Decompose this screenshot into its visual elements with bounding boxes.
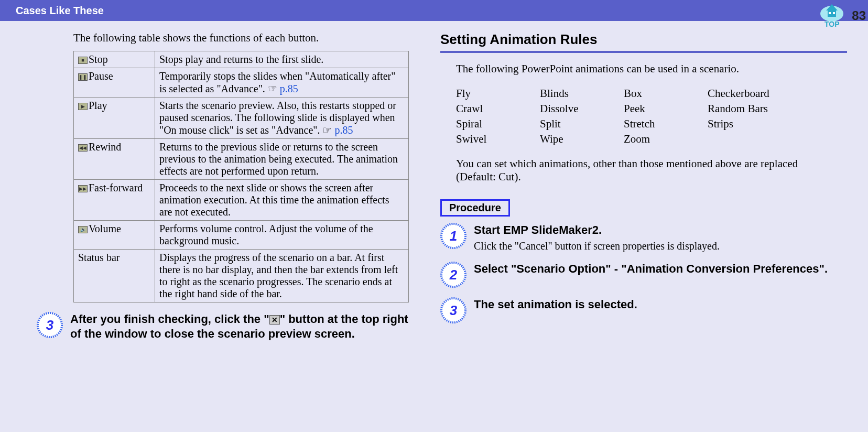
anim-item: Blinds xyxy=(540,86,624,101)
row-desc: Displays the progress of the scenario on… xyxy=(155,250,409,303)
svg-text:3: 3 xyxy=(450,303,458,318)
svg-rect-4 xyxy=(833,12,835,14)
top-label: TOP xyxy=(824,20,840,28)
rewind-icon: ◀◀ xyxy=(78,144,88,152)
fast-forward-icon: ▶▶ xyxy=(78,185,88,192)
section-underline xyxy=(440,51,847,53)
step-number-badge-2: 2 xyxy=(440,262,466,288)
anim-item: Random Bars xyxy=(708,101,812,116)
table-row: 🔊VolumePerforms volume control. Adjust t… xyxy=(74,221,409,250)
step-number-badge-3r: 3 xyxy=(440,297,466,323)
animation-grid: Fly Blinds Box Checkerboard Crawl Dissol… xyxy=(456,86,847,147)
row-desc: Returns to the previous slide or returns… xyxy=(155,139,409,180)
anim-item: Dissolve xyxy=(540,101,624,116)
table-row: ▶▶Fast-forwardProceeds to the next slide… xyxy=(74,180,409,221)
svg-text:3: 3 xyxy=(46,317,54,333)
hand-icon: ☞ xyxy=(322,124,334,136)
page-header: Cases Like These TOP 83 xyxy=(0,0,868,21)
right-step-2: 2 Select "Scenario Option" - "Animation … xyxy=(440,262,847,288)
row-label: Volume xyxy=(89,223,121,234)
right-step-3: 3 The set animation is selected. xyxy=(440,297,847,323)
page-number: 83 xyxy=(852,8,866,23)
volume-icon: 🔊 xyxy=(78,226,88,233)
table-row: ▶PlayStarts the scenario preview. Also, … xyxy=(74,98,409,139)
stop-icon: ■ xyxy=(78,57,88,64)
anim-item: Checkerboard xyxy=(708,86,812,101)
step-3-text: After you finish checking, click the "✕"… xyxy=(70,312,409,341)
row-label: Pause xyxy=(89,70,113,82)
button-function-table: ■StopStops play and returns to the first… xyxy=(73,51,409,303)
right-note: You can set which animations, other than… xyxy=(456,157,823,183)
step-number-badge-1: 1 xyxy=(440,223,466,249)
row-label: Fast-forward xyxy=(89,182,143,193)
anim-item: Box xyxy=(624,86,708,101)
table-intro: The following table shows the functions … xyxy=(73,31,409,45)
page-link[interactable]: p.85 xyxy=(280,83,298,94)
anim-item: Split xyxy=(540,116,624,132)
step-subtext: Click the "Cancel" button if screen prop… xyxy=(474,240,720,252)
row-label: Play xyxy=(89,100,107,111)
svg-text:1: 1 xyxy=(450,228,457,244)
anim-item: Swivel xyxy=(456,132,540,147)
pause-icon: ❚❚ xyxy=(78,73,88,81)
row-desc: Proceeds to the next slide or shows the … xyxy=(155,180,409,221)
section-title: Setting Animation Rules xyxy=(440,31,847,48)
step-title: The set animation is selected. xyxy=(474,297,637,312)
header-right-group: TOP 83 xyxy=(816,0,868,31)
right-column: Setting Animation Rules The following Po… xyxy=(440,31,847,341)
anim-item xyxy=(708,132,812,147)
anim-item: Wipe xyxy=(540,132,624,147)
row-desc: Temporarily stops the slides when "Autom… xyxy=(155,68,409,98)
anim-item: Zoom xyxy=(624,132,708,147)
step-title: Select "Scenario Option" - "Animation Co… xyxy=(474,262,828,277)
row-label: Rewind xyxy=(89,141,121,153)
anim-item: Crawl xyxy=(456,101,540,116)
anim-item: Fly xyxy=(456,86,540,101)
page-link[interactable]: p.85 xyxy=(334,124,353,136)
top-home-button[interactable]: TOP xyxy=(816,0,848,31)
step-title: Start EMP SlideMaker2. xyxy=(474,223,720,238)
anim-item: Stretch xyxy=(624,116,708,132)
table-row: Status barDisplays the progress of the s… xyxy=(74,250,409,303)
header-title: Cases Like These xyxy=(16,5,104,17)
row-desc: Starts the scenario preview. Also, this … xyxy=(155,98,409,139)
table-row: ■StopStops play and returns to the first… xyxy=(74,51,409,68)
row-desc: Stops play and returns to the first slid… xyxy=(155,51,409,68)
procedure-label: Procedure xyxy=(440,199,510,217)
table-row: ❚❚PauseTemporarily stops the slides when… xyxy=(74,68,409,98)
anim-item: Spiral xyxy=(456,116,540,132)
play-icon: ▶ xyxy=(78,103,88,110)
step-number-badge-3: 3 xyxy=(37,312,63,338)
right-step-1: 1 Start EMP SlideMaker2. Click the "Canc… xyxy=(440,223,847,252)
close-icon: ✕ xyxy=(269,315,280,325)
left-step-3: 3 After you finish checking, click the "… xyxy=(37,312,409,341)
row-desc: Performs volume control. Adjust the volu… xyxy=(155,221,409,250)
left-column: The following table shows the functions … xyxy=(73,31,409,341)
svg-rect-3 xyxy=(829,12,831,14)
anim-item: Strips xyxy=(708,116,812,132)
content-area: The following table shows the functions … xyxy=(0,21,868,351)
svg-text:2: 2 xyxy=(449,267,458,283)
row-label: Stop xyxy=(89,53,108,65)
table-row: ◀◀RewindReturns to the previous slide or… xyxy=(74,139,409,180)
anim-item: Peek xyxy=(624,101,708,116)
hand-icon: ☞ xyxy=(268,83,280,94)
row-label: Status bar xyxy=(78,252,120,263)
right-intro: The following PowerPoint animations can … xyxy=(456,62,833,75)
